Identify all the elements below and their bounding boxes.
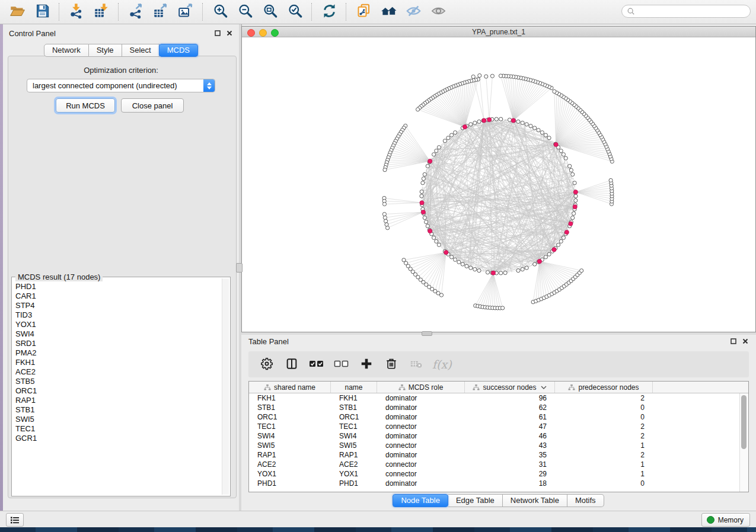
duplicate-network-button[interactable] xyxy=(352,2,375,22)
network-canvas[interactable] xyxy=(242,37,755,332)
cell: 61 xyxy=(465,413,555,421)
search-input[interactable] xyxy=(635,7,750,16)
cell: 31 xyxy=(465,460,555,469)
tab-node-table[interactable]: Node Table xyxy=(393,494,448,507)
memory-button[interactable]: Memory xyxy=(701,513,750,527)
mcds-node-item[interactable]: SRD1 xyxy=(15,339,221,348)
export-network-button[interactable] xyxy=(124,2,148,22)
table-row-orc1[interactable]: ORC1ORC1dominator610 xyxy=(249,412,740,422)
function-builder-button[interactable]: f(x) xyxy=(431,358,452,371)
close-panel-icon[interactable] xyxy=(226,30,233,37)
export-image-button[interactable] xyxy=(174,2,197,22)
delete-column-button xyxy=(406,354,426,374)
close-table-panel-icon[interactable] xyxy=(742,338,749,345)
table-row-swi4[interactable]: SWI4SWI4dominator462 xyxy=(249,431,740,441)
import-table-icon xyxy=(94,3,110,21)
first-neighbors-button[interactable] xyxy=(377,2,400,22)
mcds-node-item[interactable]: FKH1 xyxy=(15,358,221,367)
column-header-shared-name[interactable]: shared name xyxy=(249,382,331,393)
zoom-out-button[interactable] xyxy=(233,2,257,22)
criterion-dropdown[interactable]: largest connected component (undirected) xyxy=(27,79,215,92)
table-row-stb1[interactable]: STB1STB1dominator620 xyxy=(249,403,740,412)
table-row-swi5[interactable]: SWI5SWI5connector431 xyxy=(249,441,740,450)
mcds-node-item[interactable]: TEC1 xyxy=(15,424,221,434)
close-panel-button[interactable]: Close panel xyxy=(121,98,184,113)
mcds-node-item[interactable]: PHD1 xyxy=(15,282,221,291)
cell: 2 xyxy=(555,451,653,459)
deselect-all-button[interactable] xyxy=(331,354,352,374)
table-row-rap1[interactable]: RAP1RAP1dominator352 xyxy=(249,450,740,460)
run-mcds-button[interactable]: Run MCDS xyxy=(56,98,115,113)
table-row-yox1[interactable]: YOX1YOX1connector291 xyxy=(249,469,740,479)
mcds-node-item[interactable]: GCR1 xyxy=(15,434,221,443)
column-header-predecessor-nodes[interactable]: predecessor nodes xyxy=(555,382,653,393)
cell: 2 xyxy=(555,394,653,402)
select-all-button[interactable] xyxy=(307,354,327,374)
search-box[interactable] xyxy=(621,5,751,18)
cell: ORC1 xyxy=(249,413,331,421)
zoom-selected-button[interactable] xyxy=(283,2,307,22)
tab-network[interactable]: Network xyxy=(44,44,89,57)
mcds-node-item[interactable]: CAR1 xyxy=(15,291,221,301)
mcds-result-list[interactable]: PHD1CAR1STP4TID3YOX1SWI4SRD1PMA2FKH1ACE2… xyxy=(15,282,221,493)
cell: 29 xyxy=(465,470,555,478)
add-row-icon xyxy=(360,357,373,372)
mcds-node-item[interactable]: STP4 xyxy=(15,301,221,310)
status-bar: Memory xyxy=(0,511,756,527)
refresh-layout-button[interactable] xyxy=(317,2,341,22)
float-table-panel-icon[interactable] xyxy=(730,338,737,345)
open-file-button[interactable] xyxy=(5,2,29,22)
zoom-in-button[interactable] xyxy=(208,2,232,22)
cell: TEC1 xyxy=(331,422,377,431)
mcds-node-item[interactable]: SWI5 xyxy=(15,415,221,424)
import-network-button[interactable] xyxy=(65,2,88,22)
node-table-scrollbar[interactable] xyxy=(739,393,748,492)
settings-button[interactable] xyxy=(257,354,277,374)
tab-mcds[interactable]: MCDS xyxy=(159,44,198,57)
mcds-node-item[interactable]: STB1 xyxy=(15,405,221,415)
cell: 18 xyxy=(465,479,555,488)
export-table-button[interactable] xyxy=(149,2,173,22)
add-row-button[interactable] xyxy=(356,354,377,374)
mcds-node-item[interactable]: TID3 xyxy=(15,310,221,320)
zoom-out-icon xyxy=(237,3,253,21)
table-row-tec1[interactable]: TEC1TEC1connector472 xyxy=(249,422,740,431)
hide-selected-button[interactable] xyxy=(401,2,425,22)
network-graph[interactable] xyxy=(242,37,755,332)
import-table-button[interactable] xyxy=(90,2,113,22)
mcds-node-item[interactable]: ACE2 xyxy=(15,367,221,377)
tab-motifs[interactable]: Motifs xyxy=(567,494,604,507)
float-panel-icon[interactable] xyxy=(214,30,221,37)
mcds-node-item[interactable]: YOX1 xyxy=(15,320,221,329)
horizontal-split-handle[interactable] xyxy=(422,331,432,336)
show-all-button[interactable] xyxy=(426,2,450,22)
column-header-name[interactable]: name xyxy=(331,382,377,393)
cell: 47 xyxy=(465,422,555,431)
mcds-node-item[interactable]: STB5 xyxy=(15,377,221,386)
zoom-fit-button[interactable] xyxy=(258,2,282,22)
columns-button[interactable] xyxy=(282,354,302,374)
tab-select[interactable]: Select xyxy=(122,44,160,57)
mcds-result-scrollbar[interactable] xyxy=(222,278,229,495)
table-row-fkh1[interactable]: FKH1FKH1dominator962 xyxy=(249,393,740,403)
tab-style[interactable]: Style xyxy=(89,44,122,57)
mcds-node-item[interactable]: ORC1 xyxy=(15,386,221,396)
task-history-button[interactable] xyxy=(6,513,24,527)
vertical-split-handle[interactable] xyxy=(236,263,243,273)
hide-selected-icon xyxy=(406,3,422,21)
cell: PHD1 xyxy=(249,479,331,488)
delete-row-button[interactable] xyxy=(381,354,401,374)
column-header-successor-nodes[interactable]: successor nodes xyxy=(465,382,555,393)
column-header-mcds-role[interactable]: MCDS role xyxy=(377,382,465,393)
save-session-button[interactable] xyxy=(30,2,54,22)
table-row-phd1[interactable]: PHD1PHD1dominator180 xyxy=(249,479,740,488)
mcds-node-item[interactable]: SWI4 xyxy=(15,329,221,339)
table-row-ace2[interactable]: ACE2ACE2connector311 xyxy=(249,460,740,469)
node-table-scroll-thumb[interactable] xyxy=(741,395,747,449)
tab-network-table[interactable]: Network Table xyxy=(503,494,567,507)
mcds-node-item[interactable]: PMA2 xyxy=(15,348,221,358)
mcds-node-item[interactable]: RAP1 xyxy=(15,396,221,405)
tab-edge-table[interactable]: Edge Table xyxy=(448,494,503,507)
toolbar-separator xyxy=(311,3,312,21)
network-window-titlebar[interactable]: YPA_prune.txt_1 xyxy=(242,27,755,37)
